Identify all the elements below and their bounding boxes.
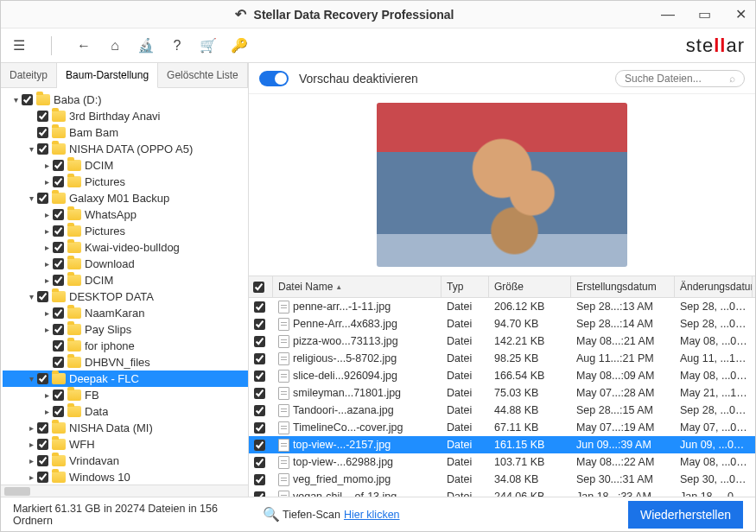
tree-checkbox[interactable] — [53, 324, 64, 335]
table-row[interactable]: TimelineCo...-cover.jpgDatei67.11 KBMay … — [249, 419, 755, 436]
tree-checkbox[interactable] — [37, 422, 48, 434]
caret-icon[interactable]: ▸ — [25, 440, 37, 449]
grid-body[interactable]: penne-arr...-1-11.jpgDatei206.12 KBSep 2… — [249, 298, 755, 497]
header-checkbox[interactable] — [249, 276, 273, 297]
row-checkbox[interactable] — [254, 457, 265, 468]
tree-checkbox[interactable] — [22, 94, 33, 105]
tree-node[interactable]: DHBVN_files — [3, 354, 248, 370]
tree-node[interactable]: ▸Windows 10 — [3, 469, 248, 484]
menu-icon[interactable]: ☰ — [11, 38, 27, 54]
tab-dateityp[interactable]: Dateityp — [1, 63, 57, 87]
tree-checkbox[interactable] — [53, 176, 64, 187]
tree-checkbox[interactable] — [37, 472, 48, 483]
maximize-button[interactable]: ▭ — [696, 7, 712, 22]
tree-checkbox[interactable] — [37, 193, 48, 204]
tree-checkbox[interactable] — [53, 209, 64, 220]
tree-checkbox[interactable] — [53, 225, 64, 237]
tree-node[interactable]: ▸Kwai-video-bulldog — [3, 239, 248, 256]
caret-icon[interactable]: ▾ — [25, 144, 37, 154]
tree-node[interactable]: ▸Vrindavan — [3, 453, 248, 469]
preview-toggle[interactable] — [259, 71, 289, 86]
search-input[interactable] — [625, 73, 720, 85]
table-row[interactable]: top-view-...-2157.jpgDatei161.15 KBJun 0… — [249, 436, 755, 453]
tree-node[interactable]: ▸DCIM — [3, 272, 248, 288]
tree-node[interactable]: ▾Baba (D:) — [3, 92, 248, 108]
tree-checkbox[interactable] — [37, 439, 48, 450]
col-cdate[interactable]: Erstellungsdatum — [571, 276, 675, 297]
row-checkbox[interactable] — [254, 301, 265, 313]
tree-node[interactable]: ▾DESKTOP DATA — [3, 288, 248, 305]
caret-icon[interactable]: ▸ — [41, 259, 53, 269]
search-icon[interactable]: ⌕ — [729, 73, 735, 85]
minimize-button[interactable]: — — [660, 7, 676, 22]
caret-icon[interactable]: ▸ — [41, 308, 53, 318]
col-size[interactable]: Größe — [489, 276, 571, 297]
tree-checkbox[interactable] — [37, 143, 48, 155]
table-row[interactable]: pizza-woo...73113.jpgDatei142.21 KBMay 0… — [249, 332, 755, 350]
tree-node[interactable]: ▸WhatsApp — [3, 206, 248, 223]
tree-checkbox[interactable] — [37, 127, 48, 138]
deep-scan-link[interactable]: Hier klicken — [344, 509, 400, 521]
tree-checkbox[interactable] — [53, 242, 64, 253]
key-icon[interactable]: 🔑 — [232, 38, 247, 54]
caret-icon[interactable]: ▾ — [25, 292, 37, 301]
tree-checkbox[interactable] — [53, 275, 64, 286]
tree-checkbox[interactable] — [53, 357, 64, 368]
table-row[interactable]: top-view-...62988.jpgDatei103.71 KBMay 0… — [249, 453, 755, 471]
tree-node[interactable]: ▸Pay Slips — [3, 321, 248, 338]
back-icon[interactable]: ← — [76, 38, 92, 54]
row-checkbox[interactable] — [254, 388, 265, 399]
help-icon[interactable]: ? — [169, 38, 185, 54]
cart-icon[interactable]: 🛒 — [200, 38, 216, 54]
tree-node[interactable]: ▾NISHA DATA (OPPO A5) — [3, 141, 248, 157]
search-box[interactable]: ⌕ — [615, 70, 745, 87]
table-row[interactable]: smileyman...71801.jpgDatei75.03 KBMay 07… — [249, 384, 755, 402]
tree-checkbox[interactable] — [37, 291, 48, 302]
tab-baum[interactable]: Baum-Darstellung — [57, 63, 158, 88]
row-checkbox[interactable] — [254, 474, 265, 485]
tree-node[interactable]: ▾Deepak - FLC — [3, 370, 248, 387]
caret-icon[interactable]: ▸ — [25, 472, 37, 482]
caret-icon[interactable]: ▸ — [41, 210, 53, 219]
caret-icon[interactable]: ▸ — [41, 407, 53, 416]
tab-geloschte[interactable]: Gelöschte Liste — [158, 63, 248, 87]
row-checkbox[interactable] — [254, 336, 265, 347]
table-row[interactable]: religious-...5-8702.jpgDatei98.25 KBAug … — [249, 350, 755, 367]
row-checkbox[interactable] — [254, 405, 265, 416]
tree-node[interactable]: ▸Download — [3, 256, 248, 272]
caret-icon[interactable]: ▸ — [25, 456, 37, 466]
restore-button[interactable]: Wiederherstellen — [628, 501, 743, 529]
tree-node[interactable]: ▸NaamKaran — [3, 305, 248, 321]
tree-node[interactable]: ▸DCIM — [3, 157, 248, 174]
tree-checkbox[interactable] — [53, 406, 64, 417]
tree-checkbox[interactable] — [53, 307, 64, 319]
caret-icon[interactable]: ▸ — [41, 325, 53, 334]
tree-checkbox[interactable] — [53, 340, 64, 352]
tree-node[interactable]: for iphone — [3, 338, 248, 354]
col-mdate[interactable]: Änderungsdatum — [675, 276, 753, 297]
folder-tree[interactable]: ▾Baba (D:)3rd Birthday AnaviBam Bam▾NISH… — [1, 88, 248, 484]
tree-checkbox[interactable] — [53, 258, 64, 269]
tree-checkbox[interactable] — [37, 111, 48, 122]
table-row[interactable]: veg_fried_momo.jpgDatei34.08 KBSep 30...… — [249, 471, 755, 488]
row-checkbox[interactable] — [254, 422, 265, 434]
row-checkbox[interactable] — [254, 370, 265, 382]
tree-node[interactable]: ▸Pictures — [3, 174, 248, 190]
table-row[interactable]: Penne-Arr...4x683.jpgDatei94.70 KBSep 28… — [249, 315, 755, 332]
close-button[interactable]: ✕ — [733, 7, 748, 22]
table-row[interactable]: penne-arr...-1-11.jpgDatei206.12 KBSep 2… — [249, 298, 755, 315]
tree-node[interactable]: ▸WFH — [3, 436, 248, 453]
tree-node[interactable]: Bam Bam — [3, 124, 248, 141]
tree-node[interactable]: ▾Galaxy M01 Backup — [3, 190, 248, 206]
caret-icon[interactable]: ▸ — [41, 226, 53, 236]
col-name[interactable]: Datei Name▲ — [273, 276, 442, 297]
tree-checkbox[interactable] — [53, 390, 64, 401]
caret-icon[interactable]: ▸ — [41, 161, 53, 170]
table-row[interactable]: vegan-chil...-of-13.jpgDatei244.06 KBJan… — [249, 488, 755, 497]
caret-icon[interactable]: ▾ — [25, 193, 37, 203]
caret-icon[interactable]: ▸ — [25, 423, 37, 433]
tree-node[interactable]: ▸Pictures — [3, 223, 248, 239]
caret-icon[interactable]: ▸ — [41, 276, 53, 285]
caret-icon[interactable]: ▸ — [41, 390, 53, 400]
tree-node[interactable]: ▸Data — [3, 403, 248, 420]
